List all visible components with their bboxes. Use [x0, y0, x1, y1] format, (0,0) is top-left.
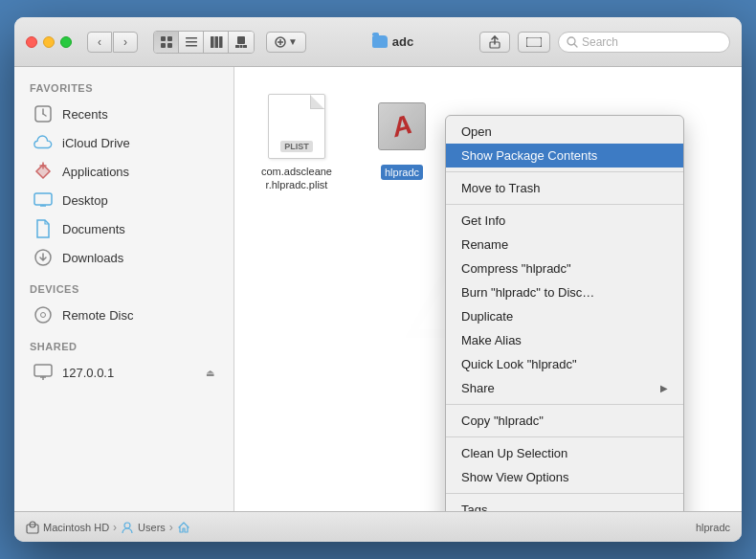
ctx-move-trash-label: Move to Trash — [461, 181, 540, 195]
forward-button[interactable]: › — [113, 32, 138, 53]
share-button[interactable] — [479, 32, 510, 53]
network-icon — [33, 363, 53, 382]
ctx-copy-label: Copy "hlpradc" — [461, 414, 544, 428]
back-button[interactable]: ‹ — [87, 32, 112, 53]
svg-point-29 — [41, 313, 46, 318]
svg-line-20 — [574, 44, 577, 47]
sidebar-item-downloads[interactable]: Downloads — [18, 243, 230, 272]
breadcrumb-home[interactable] — [177, 521, 190, 534]
breadcrumb: Macintosh HD › Users › — [26, 521, 190, 534]
maximize-button[interactable] — [60, 36, 72, 48]
sidebar-item-recents[interactable]: Recents — [18, 100, 230, 128]
sidebar-item-icloud[interactable]: iCloud Drive — [18, 128, 230, 157]
window-title: adc — [372, 34, 413, 49]
sidebar-item-documents-label: Documents — [62, 222, 125, 236]
ctx-compress-label: Compress "hlpradc" — [461, 261, 571, 276]
svg-point-36 — [124, 523, 130, 528]
ctx-compress[interactable]: Compress "hlpradc" — [446, 257, 683, 280]
app-file-item[interactable]: A hlpradc — [359, 86, 445, 186]
ctx-make-alias[interactable]: Make Alias — [446, 328, 683, 352]
breadcrumb-users[interactable]: Users — [121, 521, 166, 534]
ctx-clean-up[interactable]: Clean Up Selection — [446, 441, 683, 465]
ctx-burn[interactable]: Burn "hlpradc" to Disc… — [446, 280, 683, 304]
finder-window: ‹ › ▼ adc — [14, 17, 742, 542]
label-button[interactable] — [518, 32, 550, 53]
breadcrumb-macintosh-label: Macintosh HD — [43, 522, 109, 533]
view-column-button[interactable] — [204, 32, 229, 53]
ctx-show-view-label: Show View Options — [461, 470, 569, 484]
ctx-duplicate[interactable]: Duplicate — [446, 304, 683, 328]
context-menu: Open Show Package Contents Move to Trash… — [445, 115, 684, 511]
svg-rect-1 — [167, 36, 172, 41]
sidebar-item-documents[interactable]: Documents — [18, 214, 230, 243]
window-title-area: adc — [314, 34, 472, 49]
plist-label: PLIST — [280, 141, 313, 152]
svg-rect-3 — [167, 43, 172, 48]
sidebar: Favorites Recents iCloud Drive Applicati… — [14, 67, 234, 511]
search-bar[interactable]: Search — [558, 32, 730, 53]
sidebar-item-remote-label: Remote Disc — [62, 308, 133, 323]
ctx-quick-look-label: Quick Look "hlpradc" — [461, 357, 577, 371]
ctx-sep-2 — [446, 204, 683, 205]
svg-rect-30 — [34, 365, 52, 376]
ctx-share-arrow: ▶ — [660, 383, 668, 393]
app-file-icon: A — [371, 92, 433, 161]
sidebar-item-applications-label: Applications — [62, 165, 129, 179]
sidebar-item-downloads-label: Downloads — [62, 251, 123, 265]
ctx-show-view[interactable]: Show View Options — [446, 465, 683, 489]
downloads-icon — [33, 248, 53, 267]
breadcrumb-sep-2: › — [169, 521, 173, 534]
sidebar-item-network[interactable]: 127.0.0.1 ⏏ — [18, 358, 230, 387]
ctx-share[interactable]: Share ▶ — [446, 376, 683, 400]
ctx-get-info-label: Get Info — [461, 213, 505, 228]
search-placeholder: Search — [582, 35, 618, 49]
svg-rect-0 — [161, 36, 166, 41]
view-list-button[interactable] — [179, 32, 204, 53]
minimize-button[interactable] — [43, 36, 55, 48]
statusbar: Macintosh HD › Users › hlpradc — [14, 511, 742, 542]
sidebar-item-network-label: 127.0.0.1 — [62, 366, 114, 380]
ctx-quick-look[interactable]: Quick Look "hlpradc" — [446, 352, 683, 376]
desktop-icon — [33, 190, 53, 210]
sidebar-item-desktop[interactable]: Desktop — [18, 186, 230, 214]
close-button[interactable] — [26, 36, 37, 48]
view-icon-button[interactable] — [154, 32, 179, 53]
eject-icon[interactable]: ⏏ — [206, 368, 214, 378]
ctx-get-info[interactable]: Get Info — [446, 209, 683, 233]
disc-icon — [33, 305, 53, 324]
ctx-sep-5 — [446, 493, 683, 494]
ctx-rename[interactable]: Rename — [446, 233, 683, 257]
breadcrumb-macintosh[interactable]: Macintosh HD — [26, 521, 109, 534]
ctx-sep-4 — [446, 436, 683, 437]
icloud-icon — [33, 133, 53, 152]
ctx-copy[interactable]: Copy "hlpradc" — [446, 409, 683, 433]
plist-file-icon: PLIST — [266, 92, 327, 161]
svg-rect-24 — [34, 193, 52, 205]
ctx-sep-1 — [446, 171, 683, 172]
action-button[interactable]: ▼ — [266, 32, 306, 53]
ctx-tags[interactable]: Tags… — [446, 498, 683, 511]
applications-icon — [33, 162, 53, 181]
view-buttons — [153, 31, 255, 54]
view-cover-button[interactable] — [229, 32, 254, 53]
svg-rect-12 — [240, 45, 243, 48]
sidebar-item-applications[interactable]: Applications — [18, 157, 230, 186]
ctx-open[interactable]: Open — [446, 120, 683, 144]
recents-icon — [33, 104, 53, 123]
svg-rect-8 — [214, 36, 218, 48]
svg-rect-34 — [27, 525, 38, 533]
ctx-burn-label: Burn "hlpradc" to Disc… — [461, 285, 594, 300]
svg-rect-13 — [243, 45, 247, 48]
plist-file-item[interactable]: PLIST com.adscleaner.hlpradc.plist — [254, 86, 340, 198]
ctx-make-alias-label: Make Alias — [461, 333, 522, 347]
svg-point-28 — [35, 307, 51, 323]
ctx-move-trash[interactable]: Move to Trash — [446, 176, 683, 200]
ctx-tags-label: Tags… — [461, 503, 500, 511]
file-area: PLIST com.adscleaner.hlpradc.plist A hlp… — [234, 67, 742, 511]
favorites-header: Favorites — [14, 78, 233, 100]
sidebar-item-recents-label: Recents — [62, 107, 108, 122]
svg-rect-2 — [161, 43, 166, 48]
ctx-show-package[interactable]: Show Package Contents — [446, 144, 683, 168]
svg-rect-10 — [237, 36, 245, 44]
sidebar-item-remote-disc[interactable]: Remote Disc — [18, 301, 230, 329]
